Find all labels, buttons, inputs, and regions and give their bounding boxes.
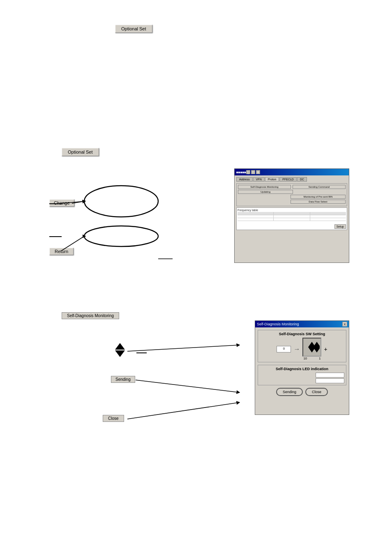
optional-set-button-top[interactable]: Optional Set — [115, 25, 152, 33]
mini-tabs: Address VFN Proton PFECLD DC — [236, 177, 347, 182]
sd-sw-controls: 0 → — [260, 338, 344, 360]
sd-sending-oval-button[interactable]: Sending — [276, 388, 303, 396]
indicator-line-3 — [136, 352, 147, 353]
indicator-line-1 — [49, 203, 62, 204]
sd-led-field-1 — [316, 373, 344, 378]
mini-updating-btn[interactable]: Updating — [238, 190, 293, 194]
mini-spacer3 — [238, 200, 289, 204]
self-diagnosis-section: Self-Diagnosis Monitoring Sending Close … — [41, 312, 349, 456]
mini-cell-1-2 — [274, 215, 310, 218]
sd-bottom-buttons: Sending Close — [258, 388, 346, 396]
mini-minimize[interactable]: _ — [246, 170, 250, 174]
mini-close[interactable]: X — [256, 170, 260, 174]
self-diagnosis-monitoring-button[interactable]: Self-Diagnosis Monitoring — [62, 312, 119, 319]
change-button-area: Change — [49, 199, 74, 207]
svg-marker-8 — [313, 342, 320, 352]
sd-led-fields — [260, 373, 344, 383]
mini-tab-pfecld[interactable]: PFECLD — [279, 177, 297, 182]
mini-cell-1-3 — [310, 215, 346, 218]
diagram-area: Change Return ■■■■■ _ □ X Address — [41, 168, 349, 292]
sd-diamond-container: 10 1 — [302, 338, 321, 360]
mini-table-row1 — [238, 215, 346, 218]
mini-cell-2-3 — [310, 218, 346, 221]
mini-cell-2-2 — [274, 218, 310, 221]
mini-table-container: Frequency table — [236, 207, 347, 230]
sd-spinbox-min: 1 — [319, 357, 321, 360]
sd-arrow-right: → — [293, 345, 300, 353]
sd-sw-title: Self-Diagnosis SW Setting — [260, 332, 344, 336]
mini-sending-command-btn[interactable]: Sending Command — [293, 185, 346, 189]
change-button[interactable]: Change — [49, 199, 74, 207]
mini-frequency-label: Frequency table — [238, 209, 346, 212]
mini-col-h3 — [310, 212, 346, 215]
mini-window-titlebar: ■■■■■ _ □ X — [235, 169, 349, 175]
sd-led-title: Self-Diagnosis LED indication — [260, 367, 344, 371]
sd-input-value: 0 — [283, 347, 285, 350]
mini-tab-vfn[interactable]: VFN — [253, 177, 265, 182]
svg-point-0 — [84, 186, 158, 217]
mini-tab-proton[interactable]: Proton — [265, 177, 279, 182]
mini-dataflow-btn[interactable]: Data Flow Select — [291, 200, 346, 204]
return-button-area: Return — [49, 248, 74, 255]
mini-col-h1 — [238, 212, 274, 215]
mini-row-2: Updating — [238, 190, 346, 194]
indicator-line-2 — [49, 236, 62, 237]
sd-titlebar: Self-Diagnosis Monitoring X — [255, 321, 349, 327]
svg-point-1 — [84, 226, 158, 246]
mini-table — [238, 212, 346, 221]
mini-row-4: Data Flow Select — [238, 200, 346, 204]
svg-line-10 — [136, 380, 238, 392]
mini-maximize[interactable]: □ — [251, 170, 255, 174]
mini-spacer2 — [238, 195, 289, 199]
mini-setup-button[interactable]: Setup — [334, 224, 346, 229]
mini-top-section: Self-Diagnosis Monitoring Sending Comman… — [236, 183, 347, 206]
sd-body: Self-Diagnosis SW Setting 0 → — [255, 327, 349, 415]
mini-cell-2-1 — [238, 218, 274, 221]
section2-optional-set-area: Optional Set — [62, 148, 99, 156]
sd-close-oval-button[interactable]: Close — [305, 388, 328, 396]
mini-row-3: Monitoring of Pre-sent BIN — [238, 195, 346, 199]
arrow-up-button[interactable] — [115, 343, 125, 350]
self-diagnosis-dialog: Self-Diagnosis Monitoring X Self-Diagnos… — [255, 320, 349, 415]
svg-line-9 — [127, 345, 238, 351]
mini-cell-1-1 — [238, 215, 274, 218]
arrow-down-button[interactable] — [115, 350, 125, 357]
sd-sw-section: Self-Diagnosis SW Setting 0 → — [258, 330, 346, 362]
sd-spinbox-labels: 10 1 — [302, 357, 321, 360]
mini-table-row2 — [238, 218, 346, 221]
mini-self-diagnosis-btn[interactable]: Self-Diagnosis Monitoring — [238, 185, 291, 189]
mini-col-h2 — [274, 212, 310, 215]
section1-optional-set-area: Optional Set — [115, 25, 152, 33]
mini-window-body: Address VFN Proton PFECLD DC Self-Diagno… — [235, 175, 349, 263]
sd-led-section: Self-Diagnosis LED indication — [258, 365, 346, 385]
mini-tab-address[interactable]: Address — [236, 177, 253, 182]
mini-window-title: ■■■■■ — [236, 170, 246, 174]
svg-line-11 — [127, 403, 238, 419]
sd-close-x-button[interactable]: X — [342, 322, 347, 327]
sd-diamond-button[interactable] — [302, 338, 321, 357]
optional-set-button-second[interactable]: Optional Set — [62, 148, 99, 156]
sending-button[interactable]: Sending — [111, 376, 135, 383]
up-down-arrows-container — [115, 343, 125, 357]
sd-spinbox-value: 10 — [303, 357, 307, 360]
close-button[interactable]: Close — [103, 415, 124, 422]
mini-spacer — [295, 190, 346, 194]
mini-row-1: Self-Diagnosis Monitoring Sending Comman… — [238, 185, 346, 189]
sd-plus-symbol: + — [324, 346, 327, 352]
mini-window: ■■■■■ _ □ X Address VFN Proton PFECLD DC — [234, 168, 349, 263]
sd-title: Self-Diagnosis Monitoring — [257, 322, 299, 326]
mini-tab-dc[interactable]: DC — [297, 177, 307, 182]
mini-monitoring-presend-btn[interactable]: Monitoring of Pre-sent BIN — [291, 195, 346, 199]
sd-sw-input[interactable]: 0 — [277, 346, 291, 352]
mini-table-header — [238, 212, 346, 215]
sd-led-field-2 — [316, 378, 344, 383]
sd-diamond-svg — [304, 341, 320, 353]
return-button[interactable]: Return — [49, 248, 74, 255]
